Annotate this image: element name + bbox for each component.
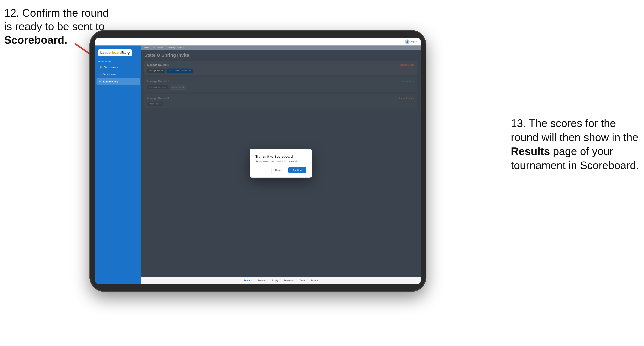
sidebar-item-edit-existing[interactable]: ✏ Edit Existing bbox=[96, 78, 140, 85]
modal-overlay: Transmit to Scoreboard Ready to send thi… bbox=[141, 50, 420, 277]
trophy-icon: 🏆 bbox=[100, 66, 102, 69]
modal-title: Transmit to Scoreboard bbox=[256, 155, 306, 159]
tablet-screen: 👤 Sign In LeaderboardKing MAIN MENU 🏆 bbox=[95, 38, 420, 284]
step12-line1: 12. Confirm the round bbox=[4, 7, 109, 19]
sidebar-tournaments-label: Tournaments bbox=[104, 66, 118, 69]
top-navbar: 👤 Sign In bbox=[95, 38, 420, 45]
tablet-device: 👤 Sign In LeaderboardKing MAIN MENU 🏆 bbox=[90, 30, 426, 292]
sidebar-create-label: Create New bbox=[102, 73, 116, 76]
footer-resources[interactable]: Resources bbox=[284, 279, 294, 282]
step12-line2: is ready to be sent to bbox=[4, 20, 105, 32]
sidebar-logo: LeaderboardKing bbox=[95, 45, 141, 59]
plus-icon: + bbox=[100, 73, 101, 76]
modal-confirm-btn[interactable]: Confirm bbox=[288, 167, 306, 173]
instruction-step13: 13. The scores for the round will then s… bbox=[511, 116, 640, 173]
footer-privacy[interactable]: Privacy bbox=[311, 279, 318, 282]
breadcrumb-sep1: › bbox=[150, 46, 151, 49]
footer-pricing[interactable]: Pricing bbox=[272, 279, 278, 282]
transmit-modal: Transmit to Scoreboard Ready to send thi… bbox=[250, 149, 312, 177]
breadcrumb-tournaments[interactable]: Tournaments bbox=[152, 46, 163, 49]
breadcrumb: Home › Tournaments › State U Spring Invi… bbox=[141, 45, 420, 50]
edit-icon: ✏ bbox=[100, 80, 101, 83]
modal-cancel-btn[interactable]: Cancel bbox=[271, 167, 286, 173]
screen-footer: Product Features Pricing Resources Terms… bbox=[141, 277, 420, 284]
user-avatar: 👤 bbox=[405, 39, 410, 44]
footer-features[interactable]: Features bbox=[258, 279, 266, 282]
main-content: Home › Tournaments › State U Spring Invi… bbox=[141, 45, 420, 284]
modal-subtitle: Ready to send this round to Scoreboard? bbox=[256, 160, 306, 163]
breadcrumb-home[interactable]: Home bbox=[144, 46, 149, 49]
modal-actions: Cancel Confirm bbox=[256, 167, 306, 173]
signin-label[interactable]: Sign In bbox=[411, 40, 417, 43]
signin-area[interactable]: 👤 Sign In bbox=[405, 39, 417, 44]
breadcrumb-current: State U Spring Invite bbox=[166, 46, 184, 49]
step12-bold: Scoreboard. bbox=[4, 34, 67, 46]
main-menu-label: MAIN MENU bbox=[95, 59, 141, 64]
tablet-inner-layout: LeaderboardKing MAIN MENU 🏆 Tournaments … bbox=[95, 45, 420, 284]
sidebar-item-tournaments[interactable]: 🏆 Tournaments bbox=[96, 64, 140, 71]
content-area: State U Spring Invite Manage Round 1 Sta… bbox=[141, 50, 420, 277]
step13-results-bold: Results bbox=[511, 145, 550, 157]
sidebar-item-create-new[interactable]: + Create New bbox=[96, 71, 140, 78]
sidebar: LeaderboardKing MAIN MENU 🏆 Tournaments … bbox=[95, 45, 141, 284]
logo-box: LeaderboardKing bbox=[98, 49, 132, 56]
logo-accent: aderboard bbox=[104, 50, 122, 55]
logo-king: King bbox=[122, 50, 130, 55]
breadcrumb-sep2: › bbox=[164, 46, 165, 49]
footer-product[interactable]: Product bbox=[244, 279, 252, 282]
logo-text: LeaderboardKing bbox=[100, 50, 130, 55]
sidebar-edit-label: Edit Existing bbox=[103, 80, 118, 83]
footer-terms[interactable]: Terms bbox=[300, 279, 305, 282]
